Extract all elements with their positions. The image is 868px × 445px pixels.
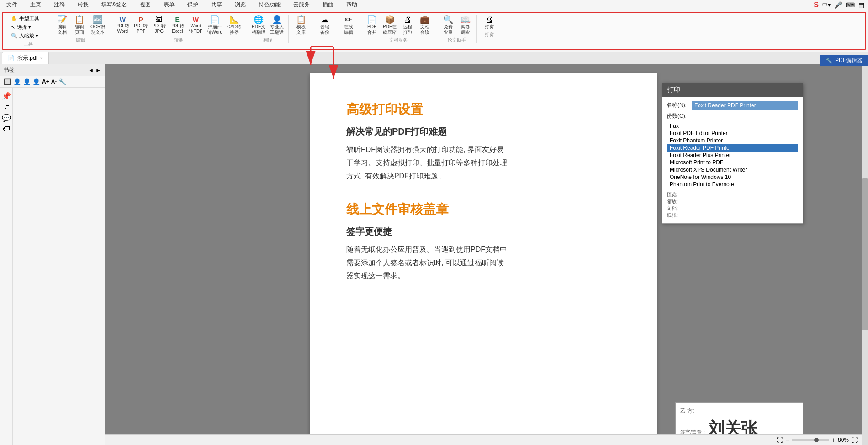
scrollbar-thumb[interactable] — [862, 178, 868, 330]
mic-icon[interactable]: 🎤 — [834, 1, 842, 9]
template-btn[interactable]: 📋 模板文库 — [293, 15, 309, 36]
pdf-tab[interactable]: 📄 演示.pdf × — [2, 52, 49, 64]
menu-item-browse[interactable]: 浏览 — [232, 0, 249, 10]
select-btn[interactable]: ↖ 选择 ▾ — [9, 23, 41, 31]
menu-item-plugin[interactable]: 插曲 — [320, 0, 336, 10]
tab-icon: 📄 — [8, 55, 15, 61]
pdf-to-excel-btn[interactable]: E PDF转Excel — [169, 15, 186, 36]
lang-switch[interactable]: 中▾ — [822, 1, 831, 9]
zoom-expand-icon[interactable]: ⛶ — [777, 436, 783, 444]
print-name-dropdown[interactable]: Foxit Reader PDF Printer — [692, 101, 798, 110]
pdf-translate-btn[interactable]: 🌐 PDF文档翻译 — [250, 15, 267, 36]
sidebar-prev-btn[interactable]: ◄ — [88, 67, 94, 73]
menu-item-convert[interactable]: 转换 — [75, 0, 91, 10]
tab-close-btn[interactable]: × — [40, 56, 43, 61]
sidebar: 书签 ◄ ► 🔲 👤 👤 👤 A+ A- 🔧 📌 🗂 💬 🏷 — [0, 64, 105, 445]
doc-meeting-btn[interactable]: 💼 文档会议 — [417, 15, 433, 36]
printer-foxit-reader[interactable]: Foxit Reader PDF Printer — [667, 144, 798, 152]
online-edit-btn[interactable]: ✏ 在线编辑 — [340, 15, 357, 36]
printer-onenote[interactable]: OneNote for Windows 10 — [667, 173, 798, 181]
ribbon-print-section: 🖨 打窝 打窝 — [478, 15, 501, 38]
print-icon: 🖨 — [485, 16, 493, 24]
printer-foxit-reader-plus[interactable]: Foxit Reader Plus Printer — [667, 152, 798, 159]
pdf-excel-label: PDF转Excel — [170, 23, 184, 34]
sidebar-tool-4[interactable]: 👤 — [32, 78, 40, 85]
edit-doc-btn[interactable]: 📝 编辑文档 — [54, 15, 70, 36]
edit-page-btn[interactable]: 📋 编辑页面 — [71, 15, 88, 36]
sidebar-tool-3[interactable]: 👤 — [23, 78, 31, 85]
pdf-area[interactable]: 高级打印设置 解决常见的PDF打印难题 福昕PDF阅读器拥有强大的打印功能, 界… — [105, 64, 862, 445]
menu-item-share[interactable]: 共享 — [208, 0, 225, 10]
print-row-name: 名称(N): Foxit Reader PDF Printer — [667, 101, 798, 110]
check-icon: 🔍 — [443, 16, 453, 24]
printer-ms-pdf[interactable]: Microsoft Print to PDF — [667, 159, 798, 166]
human-translate-btn[interactable]: 👤 专业人工翻译 — [268, 15, 286, 36]
sidebar-tool-size-down[interactable]: A- — [51, 79, 57, 85]
sidebar-icon-1[interactable]: 📌 — [2, 91, 11, 100]
sidebar-tool-settings[interactable]: 🔧 — [58, 78, 66, 85]
zoom-plus-btn[interactable]: + — [831, 436, 835, 444]
menu-item-view[interactable]: 视图 — [137, 0, 153, 10]
scrollbar-area[interactable] — [862, 64, 868, 445]
fullscreen-icon[interactable]: ⛶ — [852, 436, 858, 444]
sidebar-header-icons: ◄ ► — [88, 67, 101, 73]
keyboard-icon[interactable]: ⌨ — [846, 1, 855, 9]
ribbon-convert-section: W PDF转Word P PDF转PPT 🖼 PDF转JPG E PDF转Exc… — [111, 15, 246, 43]
ocr-btn[interactable]: 🔤 OCR识别文本 — [89, 15, 107, 36]
sidebar-icon-3[interactable]: 💬 — [2, 113, 11, 122]
printer-foxit-editor[interactable]: Foxit PDF Editor Printer — [667, 130, 798, 137]
menu-item-special[interactable]: 特色功能 — [256, 0, 283, 10]
sidebar-icon-2[interactable]: 🗂 — [2, 102, 11, 111]
reading-label: 阅卷调查 — [461, 24, 470, 35]
printer-fax[interactable]: Fax — [667, 122, 798, 130]
zoom-minus-btn[interactable]: − — [786, 436, 789, 444]
sidebar-icon-4[interactable]: 🏷 — [2, 124, 11, 133]
zoom-btn[interactable]: 🔍 入缩放 ▾ — [9, 32, 41, 40]
printer-ms-xps[interactable]: Microsoft XPS Document Writer — [667, 166, 798, 173]
section1-title: 高级打印设置 — [346, 101, 620, 118]
scan-to-word-btn[interactable]: 📄 扫描件转Word — [205, 15, 224, 36]
zoom-slider[interactable] — [792, 439, 829, 441]
pdf-to-jpg-btn[interactable]: 🖼 PDF转JPG — [150, 15, 168, 36]
section2: 线上文件审核盖章 签字更便捷 随着无纸化办公应用普及。当遇到使用PDF文档中 需… — [346, 201, 620, 283]
menu-item-sign[interactable]: 填写&签名 — [99, 0, 130, 10]
sidebar-tool-2[interactable]: 👤 — [13, 78, 21, 85]
pdf-translate-label: PDF文档翻译 — [252, 24, 265, 35]
pdf-editor-btn[interactable]: 🔧 PDF编辑器 — [820, 55, 868, 66]
cloud-backup-btn[interactable]: ☁ 云端备份 — [317, 15, 333, 36]
menu-item-annotation[interactable]: 注释 — [51, 0, 68, 10]
menu-item-file[interactable]: 文件 — [4, 0, 20, 10]
printer-phantom-evernote[interactable]: Phantom Print to Evernote — [667, 181, 798, 188]
translate-section-label: 翻译 — [263, 37, 272, 43]
pdf-to-word-btn[interactable]: W PDF转Word — [114, 15, 131, 36]
check-repeat-btn[interactable]: 🔍 免费查重 — [440, 15, 456, 36]
pdf-to-ppt-btn[interactable]: P PDF转PPT — [132, 15, 149, 36]
word-to-pdf-btn[interactable]: W Word转PDF — [187, 15, 204, 36]
pdf-compress-btn[interactable]: 📦 PDF在线压缩 — [381, 15, 398, 36]
hand-tool-btn[interactable]: ✋ 手型工具 — [9, 15, 41, 22]
pdf-merge-btn[interactable]: 📄 PDF合并 — [364, 15, 380, 36]
sidebar-tool-1[interactable]: 🔲 — [4, 78, 11, 85]
printer-foxit-phantom[interactable]: Foxit Phantom Printer — [667, 137, 798, 144]
layout-icon[interactable]: ▦ — [858, 1, 864, 9]
section1: 高级打印设置 解决常见的PDF打印难题 福昕PDF阅读器拥有强大的打印功能, 界… — [346, 101, 620, 183]
menu-item-help[interactable]: 帮助 — [344, 0, 360, 10]
ribbon-tools-section: ✋ 手型工具 ↖ 选择 ▾ 🔍 入缩放 ▾ 工具 — [6, 15, 50, 47]
remote-print-icon: 🖨 — [403, 16, 412, 24]
ocr-icon: 🔤 — [93, 16, 103, 24]
cad-convert-btn[interactable]: 📐 CAD转换器 — [225, 15, 243, 36]
menu-item-protect[interactable]: 保护 — [185, 0, 201, 10]
zoom-label: 入缩放 ▾ — [19, 32, 38, 39]
menu-item-cloud[interactable]: 云服务 — [291, 0, 312, 10]
edit-page-label: 编辑页面 — [75, 24, 84, 35]
remote-print-btn[interactable]: 🖨 远程打印 — [399, 15, 416, 36]
menu-item-home[interactable]: 主页 — [27, 0, 44, 10]
sidebar-next-btn[interactable]: ► — [95, 67, 101, 73]
menu-item-form[interactable]: 表单 — [161, 0, 177, 10]
sidebar-tool-size-up[interactable]: A+ — [42, 79, 49, 85]
reading-survey-btn[interactable]: 📖 阅卷调查 — [457, 15, 474, 36]
print-btn[interactable]: 🖨 打窝 — [481, 15, 498, 31]
top-right-area: S 中▾ 🎤 ⌨ ▦ — [810, 0, 868, 10]
edit-page-icon: 📋 — [74, 16, 85, 24]
human-translate-label: 专业人工翻译 — [270, 24, 284, 35]
